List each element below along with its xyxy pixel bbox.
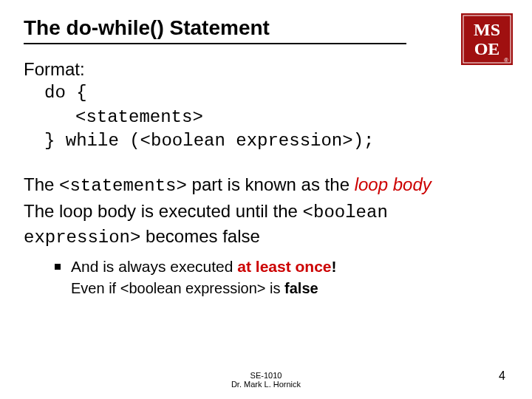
code-line-1: do { [24,81,508,105]
svg-text:OE: OE [474,39,500,58]
code-line-3: } while (<boolean expression>); [24,129,508,153]
paragraph-loop-body: The <statements> part is known as the lo… [24,173,508,198]
text: The loop body is executed until the [24,201,303,221]
text: And is always executed [71,258,237,275]
footer-course: SE-1010 [0,371,532,380]
bullet-item: And is always executed at least once! [24,256,508,277]
text: Even if <boolean expression> is [71,280,284,296]
text: The [24,174,59,194]
slide-body: Format: do { <statements> } while (<bool… [24,58,508,299]
svg-text:®: ® [504,57,508,64]
footer: SE-1010 Dr. Mark L. Hornick [0,371,532,389]
emphasis-false: false [284,280,318,296]
page-number: 4 [499,369,505,383]
msoe-logo: MS OE ® [461,13,513,65]
format-label: Format: [24,58,508,81]
text: becomes false [140,226,259,246]
footer-author: Dr. Mark L. Hornick [0,380,532,389]
code-line-2: <statements> [24,106,508,129]
bullet-subtext: Even if <boolean expression> is false [24,279,508,299]
text: ! [332,258,337,275]
bullet-text: And is always executed at least once! [71,256,337,277]
svg-text:MS: MS [474,20,500,39]
slide-title: The do-while() Statement [24,16,406,44]
code-inline: <statements> [59,176,187,196]
emphasis-at-least-once: at least once [237,258,331,275]
term-loop-body: loop body [355,174,432,194]
bullet-icon [55,264,61,270]
text: part is known as the [187,174,355,194]
paragraph-executed-until: The loop body is executed until the <boo… [24,200,508,250]
